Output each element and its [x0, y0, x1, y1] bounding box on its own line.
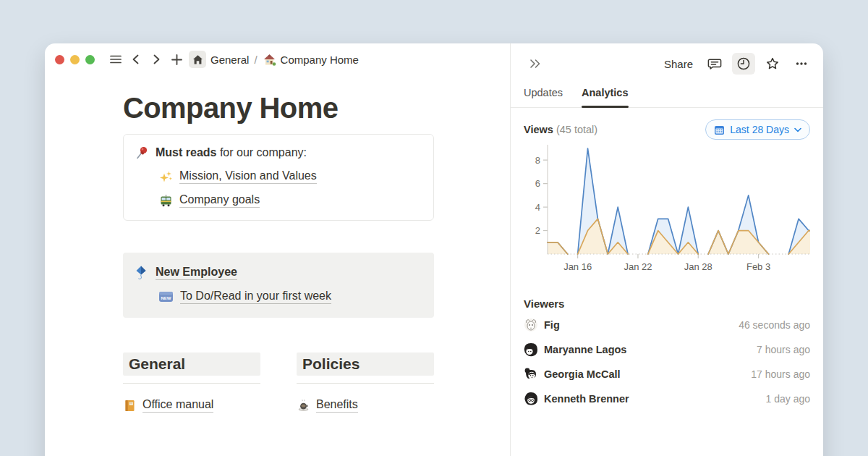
- viewer-time: 46 seconds ago: [739, 319, 810, 331]
- callout-lead-bold: Must reads: [156, 146, 216, 159]
- column-divider: [297, 383, 434, 384]
- avatar: [524, 318, 538, 332]
- callout-lead-rest: for our company:: [216, 146, 307, 159]
- column-divider: [123, 383, 260, 384]
- panel-tabs: Updates Analytics: [511, 75, 823, 108]
- office-manual-label: Office manual: [142, 398, 213, 413]
- viewer-row[interactable]: Fig 46 seconds ago: [524, 313, 810, 337]
- clock-icon[interactable]: [732, 53, 755, 75]
- date-range-label: Last 28 Days: [730, 124, 789, 135]
- panel-header: Share: [511, 43, 823, 75]
- svg-text:6: 6: [535, 178, 540, 189]
- close-window-button[interactable]: [55, 55, 64, 64]
- app-window: General / Company Home Company Home Must…: [45, 43, 823, 456]
- mission-link-label: Mission, Vision and Values: [179, 169, 317, 184]
- tab-analytics[interactable]: Analytics: [582, 87, 628, 107]
- svg-text:Jan 28: Jan 28: [684, 261, 712, 272]
- benefits-label: Benefits: [316, 398, 358, 413]
- star-icon[interactable]: [761, 53, 784, 75]
- home-icon[interactable]: [189, 51, 206, 68]
- viewer-name: Maryanne Lagos: [544, 344, 626, 355]
- zoom-window-button[interactable]: [85, 55, 95, 64]
- viewer-time: 1 day ago: [766, 393, 811, 405]
- views-total: (45 total): [556, 124, 597, 135]
- avatar: [524, 342, 538, 357]
- breadcrumb-separator: /: [254, 54, 257, 66]
- link-columns: General Office manual Policies Benefits: [123, 352, 434, 413]
- callout-link-mission[interactable]: Mission, Vision and Values: [159, 169, 422, 184]
- new-employee-label: New Employee: [156, 266, 237, 280]
- column-general: General Office manual: [123, 352, 260, 413]
- svg-text:Feb 3: Feb 3: [746, 261, 770, 272]
- views-section: Views (45 total) Last 28 Days 2468Jan 16…: [511, 108, 823, 283]
- minimize-window-button[interactable]: [70, 55, 80, 64]
- viewer-time: 7 hours ago: [757, 344, 810, 355]
- avatar: [524, 367, 538, 381]
- breadcrumb: General / Company Home: [210, 53, 359, 67]
- tram-icon: [159, 194, 173, 208]
- benefits-link[interactable]: Benefits: [297, 398, 434, 413]
- todo-first-week-link[interactable]: NEW To Do/Read in your first week: [158, 290, 422, 304]
- forward-icon[interactable]: [147, 50, 166, 69]
- book-icon: [123, 399, 137, 413]
- svg-text:Jan 16: Jan 16: [563, 261, 592, 272]
- svg-text:NEW: NEW: [161, 296, 171, 300]
- pushpin-icon: [135, 145, 149, 160]
- more-icon[interactable]: [790, 53, 813, 75]
- breadcrumb-section[interactable]: General: [210, 54, 249, 66]
- page-title: Company Home: [123, 92, 434, 124]
- double-chevron-right-icon[interactable]: [524, 53, 547, 75]
- views-title: Views: [524, 124, 553, 135]
- calendar-icon: [714, 124, 725, 135]
- sparkles-icon: [159, 170, 173, 184]
- menu-icon[interactable]: [106, 50, 125, 69]
- todo-first-week-label: To Do/Read in your first week: [180, 290, 331, 304]
- avatar: [524, 392, 538, 406]
- viewer-name: Kenneth Brenner: [544, 393, 629, 405]
- column-heading-general: General: [123, 352, 260, 376]
- svg-text:8: 8: [535, 155, 540, 166]
- new-employee-link[interactable]: New Employee: [134, 265, 422, 280]
- must-reads-callout: Must reads for our company: Mission, Vis…: [123, 134, 434, 221]
- column-heading-policies: Policies: [297, 352, 434, 376]
- breadcrumb-page[interactable]: Company Home: [263, 53, 359, 67]
- kite-icon: [134, 265, 149, 280]
- comment-icon[interactable]: [703, 53, 726, 75]
- viewer-row[interactable]: Georgia McCall 17 hours ago: [524, 362, 810, 387]
- callout-link-goals[interactable]: Company goals: [159, 193, 422, 208]
- main-column: General / Company Home Company Home Must…: [45, 43, 511, 456]
- window-topbar: General / Company Home: [45, 43, 510, 75]
- page-content: Company Home Must reads for our company:…: [45, 75, 434, 413]
- viewers-section: Viewers Fig 46 seconds ago Maryanne Lago…: [511, 283, 823, 411]
- views-chart: 2468Jan 16Jan 22Jan 28Feb 3: [524, 140, 810, 283]
- back-icon[interactable]: [127, 50, 145, 69]
- viewer-row[interactable]: Maryanne Lagos 7 hours ago: [524, 337, 810, 362]
- column-policies: Policies Benefits: [297, 352, 434, 413]
- new-page-icon[interactable]: [167, 50, 186, 69]
- share-button[interactable]: Share: [664, 58, 693, 70]
- new-employee-block: New Employee NEW To Do/Read in your firs…: [123, 253, 434, 318]
- svg-text:Jan 22: Jan 22: [624, 261, 652, 272]
- chevron-down-icon: [794, 127, 801, 132]
- viewers-title: Viewers: [524, 297, 810, 310]
- goals-link-label: Company goals: [179, 193, 260, 208]
- viewer-name: Fig: [544, 319, 560, 331]
- viewer-row[interactable]: Kenneth Brenner 1 day ago: [524, 387, 810, 411]
- house-emoji-icon: [263, 53, 276, 67]
- date-range-button[interactable]: Last 28 Days: [705, 119, 810, 140]
- svg-text:2: 2: [535, 225, 540, 236]
- viewer-time: 17 hours ago: [751, 368, 810, 380]
- viewer-name: Georgia McCall: [544, 368, 621, 380]
- svg-text:4: 4: [535, 202, 540, 213]
- new-badge-icon: NEW: [158, 290, 174, 303]
- tab-updates[interactable]: Updates: [524, 87, 563, 107]
- analytics-panel: Share Updates Analytics View: [511, 43, 823, 456]
- coffee-icon: [297, 399, 310, 413]
- traffic-lights: [55, 55, 95, 64]
- office-manual-link[interactable]: Office manual: [123, 398, 260, 413]
